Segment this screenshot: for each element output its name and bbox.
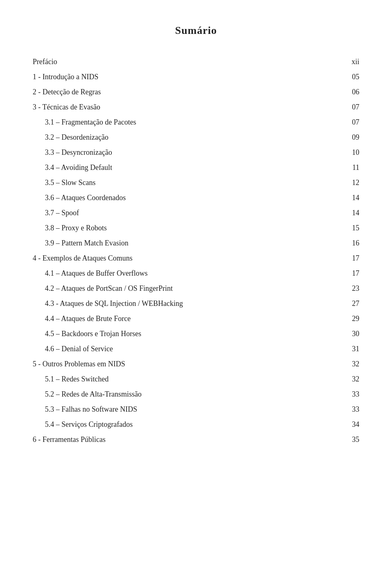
toc-entry-page: 07 — [343, 102, 359, 113]
toc-entry-label: 5.1 – Redes Switched — [33, 374, 343, 385]
toc-entry: 3.8 – Proxy e Robots15 — [33, 223, 359, 234]
toc-entry-page: 35 — [343, 434, 359, 445]
toc-entry-label: 3.3 – Desyncronização — [33, 147, 343, 158]
toc-entry: 4.1 – Ataques de Buffer Overflows17 — [33, 268, 359, 279]
toc-entry-label: 4 - Exemplos de Ataques Comuns — [33, 253, 343, 264]
toc-entry-label: 3.1 – Fragmentação de Pacotes — [33, 117, 343, 128]
toc-entry-page: 23 — [343, 283, 359, 294]
toc-entry-page: 31 — [343, 343, 359, 355]
toc-entry: 5 - Outros Problemas em NIDS32 — [33, 359, 359, 370]
toc-entry-label: 3 - Técnicas de Evasão — [33, 102, 343, 113]
toc-entry-page: 30 — [343, 328, 359, 339]
toc-entry-label: 4.4 – Ataques de Brute Force — [33, 313, 343, 324]
toc-entry-label: Prefácio — [33, 56, 343, 67]
toc-entry: 4.5 – Backdoors e Trojan Horses30 — [33, 328, 359, 339]
toc-entry: 5.1 – Redes Switched32 — [33, 374, 359, 385]
toc-entry: 3.1 – Fragmentação de Pacotes07 — [33, 117, 359, 128]
toc-entry-page: 16 — [343, 238, 359, 249]
toc-entry-page: 17 — [343, 268, 359, 279]
toc-entry: 3.6 – Ataques Coordenados14 — [33, 192, 359, 203]
toc-entry: 3.4 – Avoiding Default11 — [33, 162, 359, 173]
toc-entry: 5.3 – Falhas no Software NIDS33 — [33, 404, 359, 415]
toc-entry-page: 33 — [343, 389, 359, 400]
page-title: Sumário — [33, 25, 359, 37]
toc-entry-page: 15 — [343, 223, 359, 234]
toc-entry-label: 6 - Ferramentas Públicas — [33, 434, 343, 445]
toc-entry-label: 3.5 – Slow Scans — [33, 177, 343, 188]
toc-entry-page: 10 — [343, 147, 359, 158]
toc-entry-label: 5.4 – Serviços Criptografados — [33, 419, 343, 430]
toc-entry-page: 32 — [343, 374, 359, 385]
toc-entry-label: 4.1 – Ataques de Buffer Overflows — [33, 268, 343, 279]
toc-entry: 3 - Técnicas de Evasão07 — [33, 102, 359, 113]
toc-entry: 3.5 – Slow Scans12 — [33, 177, 359, 188]
toc-entry: 5.4 – Serviços Criptografados34 — [33, 419, 359, 430]
toc-entry: 4.3 - Ataques de SQL Injection / WEBHack… — [33, 298, 359, 309]
toc-container: Prefácioxii1 - Introdução a NIDS052 - De… — [33, 56, 359, 445]
toc-entry-page: xii — [343, 56, 359, 67]
toc-entry-label: 1 - Introdução a NIDS — [33, 71, 343, 83]
toc-entry-label: 3.6 – Ataques Coordenados — [33, 192, 343, 203]
toc-entry-label: 4.2 – Ataques de PortScan / OS FingerPri… — [33, 283, 343, 294]
toc-entry: 4.2 – Ataques de PortScan / OS FingerPri… — [33, 283, 359, 294]
toc-entry: 3.2 – Desordenização09 — [33, 132, 359, 143]
toc-entry: 1 - Introdução a NIDS05 — [33, 71, 359, 83]
toc-entry: Prefácioxii — [33, 56, 359, 67]
toc-entry-page: 09 — [343, 132, 359, 143]
toc-entry: 4.6 – Denial of Service31 — [33, 343, 359, 355]
toc-entry: 6 - Ferramentas Públicas35 — [33, 434, 359, 445]
toc-entry-label: 3.4 – Avoiding Default — [33, 162, 343, 173]
toc-entry: 5.2 – Redes de Alta-Transmissão33 — [33, 389, 359, 400]
toc-entry-label: 3.8 – Proxy e Robots — [33, 223, 343, 234]
toc-entry-page: 33 — [343, 404, 359, 415]
toc-entry-label: 5.2 – Redes de Alta-Transmissão — [33, 389, 343, 400]
toc-entry: 2 - Detecção de Regras06 — [33, 87, 359, 98]
toc-entry-label: 3.9 – Pattern Match Evasion — [33, 238, 343, 249]
toc-entry-label: 4.6 – Denial of Service — [33, 343, 343, 355]
toc-entry-page: 32 — [343, 359, 359, 370]
toc-entry: 3.7 – Spoof14 — [33, 207, 359, 219]
toc-entry: 3.9 – Pattern Match Evasion16 — [33, 238, 359, 249]
toc-entry-page: 27 — [343, 298, 359, 309]
toc-entry-page: 06 — [343, 87, 359, 98]
toc-entry-page: 12 — [343, 177, 359, 188]
toc-entry-page: 14 — [343, 192, 359, 203]
toc-entry-label: 3.7 – Spoof — [33, 207, 343, 219]
toc-entry-label: 2 - Detecção de Regras — [33, 87, 343, 98]
toc-entry-page: 17 — [343, 253, 359, 264]
toc-entry-page: 29 — [343, 313, 359, 324]
toc-entry-page: 05 — [343, 71, 359, 83]
toc-entry-label: 4.5 – Backdoors e Trojan Horses — [33, 328, 343, 339]
toc-entry: 4 - Exemplos de Ataques Comuns17 — [33, 253, 359, 264]
toc-entry-page: 11 — [343, 162, 359, 173]
toc-entry-page: 14 — [343, 207, 359, 219]
toc-entry: 3.3 – Desyncronização10 — [33, 147, 359, 158]
toc-entry-label: 4.3 - Ataques de SQL Injection / WEBHack… — [33, 298, 343, 309]
toc-entry-page: 34 — [343, 419, 359, 430]
toc-entry-page: 07 — [343, 117, 359, 128]
toc-entry-label: 5 - Outros Problemas em NIDS — [33, 359, 343, 370]
toc-entry-label: 3.2 – Desordenização — [33, 132, 343, 143]
toc-entry-label: 5.3 – Falhas no Software NIDS — [33, 404, 343, 415]
toc-entry: 4.4 – Ataques de Brute Force29 — [33, 313, 359, 324]
